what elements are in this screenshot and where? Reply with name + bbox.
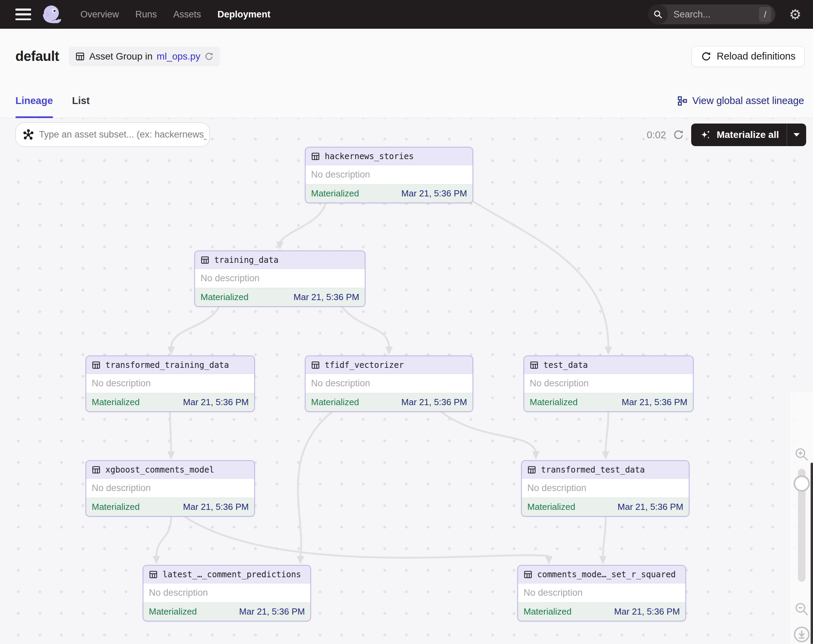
materialize-all-label: Materialize all [716,129,779,140]
edge-arrowhead [602,451,609,460]
asset-name: tfidf_vectorizer [325,360,404,370]
asset-description: No description [201,273,260,284]
asset-timestamp[interactable]: Mar 21, 5:36 PM [614,606,680,617]
asset-timestamp[interactable]: Mar 21, 5:36 PM [294,292,359,302]
asset-timestamp[interactable]: Mar 21, 5:36 PM [183,397,249,408]
asset-node-body: No description [522,479,689,498]
refresh-icon[interactable] [204,52,214,61]
view-global-asset-lineage-label: View global asset lineage [692,95,804,106]
asset-node-footer: Materialized Mar 21, 5:36 PM [86,393,254,411]
asset-timestamp[interactable]: Mar 21, 5:36 PM [401,188,467,199]
asset-node-header: comments_mode…_set_r_squared [518,566,686,583]
asset-status: Materialized [201,292,249,302]
nav-item-runs[interactable]: Runs [135,9,157,20]
asset-group-file-link[interactable]: ml_ops.py [157,51,201,62]
table-icon [91,360,101,370]
settings-gear-icon[interactable]: ⚙ [789,8,801,21]
zoom-slider-handle[interactable] [793,475,810,492]
asset-description: No description [149,587,208,598]
tab-list[interactable]: List [72,84,90,118]
zoom-out-icon[interactable] [794,601,810,617]
chevron-down-icon [793,133,800,137]
materialize-dropdown-toggle[interactable] [787,124,806,146]
edge-arrowhead [153,556,160,564]
download-view-icon[interactable] [793,626,810,643]
table-icon [529,360,539,370]
nav-item-overview[interactable]: Overview [80,9,119,20]
asset-node-footer: Materialized Mar 21, 5:36 PM [524,393,693,411]
page-header: default Asset Group in ml_ops.py Reload … [0,29,813,84]
asset-status: Materialized [92,501,140,512]
asset-subset-filter[interactable] [15,123,210,147]
view-global-asset-lineage-link[interactable]: View global asset lineage [677,95,804,106]
asset-node-body: No description [195,269,365,288]
asset-node-training_data[interactable]: training_data No description Materialize… [194,250,365,307]
scrollbar-thumb[interactable] [811,463,813,644]
sparkle-icon [699,129,712,141]
table-icon [527,465,537,475]
tab-list-label: List [72,95,90,106]
asset-name: test_data [543,360,588,370]
asset-node-header: tfidf_vectorizer [305,356,472,374]
asset-timestamp[interactable]: Mar 21, 5:36 PM [622,397,687,408]
edge-training_data-to-transformed_training_data [171,307,219,347]
reload-definitions-button[interactable]: Reload definitions [692,46,805,67]
edge-arrowhead [276,242,284,250]
edge-transformed_test_data-to-comments_model_r_squared [603,517,606,556]
zoom-in-icon[interactable] [794,446,810,462]
edge-arrowhead [167,347,175,355]
edge-tfidf_vectorizer-to-latest_comment_predictions [298,412,332,556]
top-navbar: Overview Runs Assets Deployment Search..… [0,0,813,29]
asset-node-transformed_test_data[interactable]: transformed_test_data No description Mat… [521,460,689,517]
search-box[interactable]: Search... / [648,5,775,24]
asset-group-badge: Asset Group in ml_ops.py [69,46,220,66]
lineage-canvas[interactable]: hackernews_stories No description Materi… [0,118,813,644]
primary-nav: Overview Runs Assets Deployment [80,9,270,20]
asset-timestamp[interactable]: Mar 21, 5:36 PM [183,501,249,512]
lineage-graph-icon [677,96,687,106]
asset-node-tfidf_vectorizer[interactable]: tfidf_vectorizer No description Material… [305,356,473,412]
asset-description: No description [92,483,151,494]
asset-node-xgboost_comments_model[interactable]: xgboost_comments_model No description Ma… [86,460,255,517]
edge-arrowhead [167,451,175,460]
edge-hackernews_stories-to-training_data [281,203,326,241]
octopus-logo-icon [41,3,63,25]
asset-name: xgboost_comments_model [105,465,214,475]
asset-timestamp[interactable]: Mar 21, 5:36 PM [401,397,467,408]
asset-node-footer: Materialized Mar 21, 5:36 PM [305,393,472,411]
edge-xgboost_comments_model-to-latest_comment_predictions [156,517,171,556]
tab-lineage[interactable]: Lineage [15,84,53,118]
asset-node-body: No description [86,374,254,393]
asset-node-test_data[interactable]: test_data No description Materialized Ma… [523,356,693,412]
table-icon [91,465,101,475]
asset-node-body: No description [143,583,310,602]
asset-subset-input[interactable] [39,129,207,140]
asset-description: No description [523,587,583,598]
asset-node-latest_comment_predictions[interactable]: latest_…_comment_predictions No descript… [143,565,311,621]
asset-node-comments_model_r_squared[interactable]: comments_mode…_set_r_squared No descript… [517,565,686,621]
zoom-controls [790,392,813,644]
tab-lineage-label: Lineage [15,95,53,106]
menu-hamburger-icon[interactable] [15,9,31,20]
edge-arrowhead [604,347,612,355]
dagster-deployment-page: Overview Runs Assets Deployment Search..… [0,0,813,644]
asset-status: Materialized [527,501,575,512]
asset-name: training_data [214,255,279,265]
asset-node-header: latest_…_comment_predictions [143,566,310,583]
asset-node-header: hackernews_stories [305,147,472,165]
asset-node-hackernews_stories[interactable]: hackernews_stories No description Materi… [305,147,473,203]
asset-node-transformed_training_data[interactable]: transformed_training_data No description… [86,356,255,412]
asset-timestamp[interactable]: Mar 21, 5:36 PM [618,501,683,512]
nav-item-assets[interactable]: Assets [173,9,201,20]
refresh-graph-icon[interactable] [673,129,684,141]
dagster-logo[interactable] [41,3,63,25]
asset-description: No description [92,378,151,389]
table-icon [311,152,320,161]
nav-item-deployment[interactable]: Deployment [218,9,271,20]
edge-transformed_training_data-to-xgboost_comments_model [170,412,171,451]
search-shortcut-badge: / [759,7,771,22]
edge-arrowhead [385,347,393,355]
asset-node-footer: Materialized Mar 21, 5:36 PM [305,184,472,202]
asset-timestamp[interactable]: Mar 21, 5:36 PM [239,606,305,617]
materialize-all-button[interactable]: Materialize all [691,124,806,146]
